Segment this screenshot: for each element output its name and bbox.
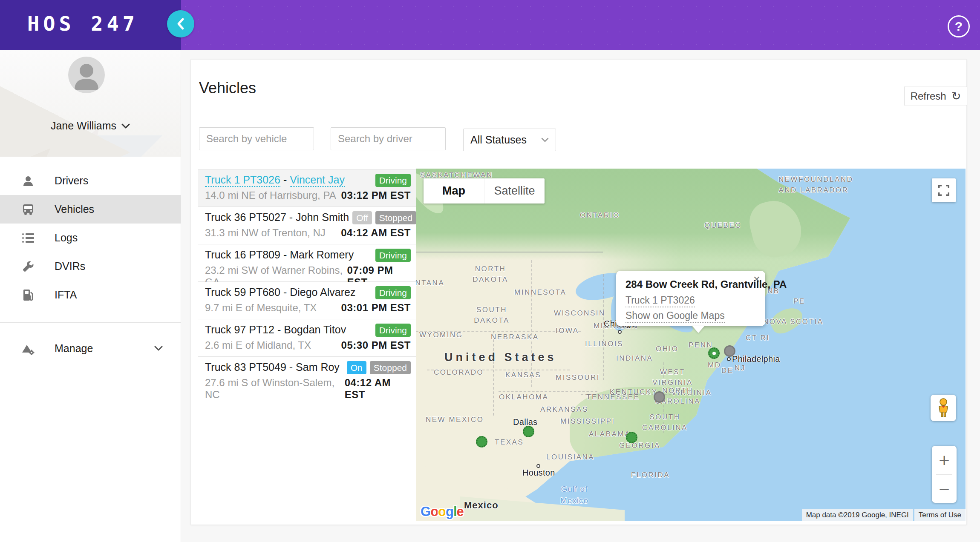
- chevron-down-icon: [154, 345, 163, 353]
- driver-name: John Smith: [296, 211, 349, 223]
- vehicle-title: Truck 1 PT3026 - Vincent Jay: [205, 174, 345, 186]
- app-logo: HOS 247: [27, 12, 138, 35]
- map-label: MISSOURI: [556, 373, 600, 382]
- refresh-button-label: Refresh: [911, 90, 946, 102]
- status-badge: Off: [352, 211, 372, 224]
- google-logo-letter: o: [438, 504, 446, 519]
- map-label: MONTANA: [416, 279, 444, 287]
- header-brand-zone: HOS 247: [0, 0, 181, 50]
- sidebar-item-label: Logs: [55, 232, 78, 244]
- sidebar-item-ifta[interactable]: IFTA: [0, 281, 181, 309]
- search-vehicle-input[interactable]: [199, 127, 314, 150]
- pegman-button[interactable]: [931, 395, 956, 421]
- map-label: NJ: [735, 364, 746, 373]
- driver-name[interactable]: Vincent Jay: [290, 174, 345, 187]
- map-label: Dallas: [513, 417, 537, 427]
- info-window-vehicle-link[interactable]: Truck 1 PT3026: [625, 295, 695, 307]
- sidebar-item-logs[interactable]: Logs: [0, 224, 181, 252]
- google-logo-letter: g: [446, 504, 453, 519]
- vehicle-name: Truck 83 PT5049: [205, 361, 286, 373]
- sidebar-item-drivers[interactable]: Drivers: [0, 166, 181, 195]
- map-label: SOUTH CAROLINA: [638, 412, 692, 433]
- map-label: MD: [708, 361, 721, 370]
- refresh-button[interactable]: Refresh ↻: [904, 86, 967, 106]
- vehicle-row[interactable]: Truck 16 PT809 - Mark Romery Driving 23.…: [198, 244, 416, 282]
- map-label: KANSAS: [505, 371, 541, 379]
- close-icon[interactable]: ×: [753, 273, 760, 285]
- map-label: DE: [721, 367, 734, 375]
- page-title: Vehicles: [199, 79, 256, 97]
- vehicle-row[interactable]: Truck 59 PT680 - Diego Alvarez Driving 9…: [198, 282, 416, 319]
- driver-name: Bogdan Titov: [284, 324, 346, 336]
- city-dot: [727, 357, 731, 361]
- map-label: NEWFOUNDLAND AND LABRADOR: [778, 175, 849, 195]
- chevron-down-icon: [541, 138, 549, 142]
- map-label: OHIO: [656, 345, 678, 353]
- google-logo[interactable]: Google: [421, 504, 464, 519]
- vehicle-last-update-time: 03:01 PM EST: [341, 302, 411, 314]
- sidebar-item-manage[interactable]: Manage: [0, 334, 181, 363]
- sidebar-item-label: DVIRs: [55, 260, 85, 272]
- info-window-google-maps-link[interactable]: Show on Google Maps: [625, 310, 725, 323]
- vehicle-row[interactable]: Truck 1 PT3026 - Vincent Jay Driving 14.…: [198, 169, 416, 207]
- vehicle-title: Truck 59 PT680 - Diego Alvarez: [205, 286, 355, 298]
- fullscreen-button[interactable]: [932, 178, 956, 202]
- vehicle-list: Truck 1 PT3026 - Vincent Jay Driving 14.…: [198, 169, 416, 522]
- status-badges: OnStopped: [347, 361, 411, 374]
- map-label: ARKANSAS: [540, 405, 588, 414]
- vehicle-name[interactable]: Truck 1 PT3026: [205, 174, 280, 187]
- map-label: PENN: [689, 341, 713, 350]
- map-label: NOVA SCOTIA: [763, 318, 824, 326]
- vehicle-row[interactable]: Truck 36 PT5027 - John Smith OffStopped …: [198, 207, 416, 244]
- marker-truck-nj[interactable]: [724, 345, 735, 357]
- vehicle-location: 31.3 mi NW of Trenton, NJ: [205, 227, 326, 239]
- manage-icon: [20, 342, 37, 355]
- marker-truck-ga[interactable]: [626, 432, 637, 443]
- zoom-in-button[interactable]: +: [932, 446, 957, 474]
- map-label: INDIANA: [616, 354, 653, 363]
- map-label: ILLINOIS: [585, 340, 623, 348]
- map-view-button[interactable]: Map: [424, 178, 484, 204]
- sidebar-item-vehicles[interactable]: Vehicles: [0, 195, 181, 224]
- sidebar-item-dvirs[interactable]: DVIRs: [0, 252, 181, 281]
- status-badges: OffStopped: [352, 211, 416, 224]
- vehicle-row[interactable]: Truck 97 PT12 - Bogdan Titov Driving 2.6…: [198, 319, 416, 357]
- google-logo-letter: l: [453, 504, 457, 519]
- map-label: WYOMING: [419, 331, 463, 339]
- map-label: WEST VIRGINIA: [652, 367, 693, 388]
- marker-truck-1-pa[interactable]: [708, 347, 720, 359]
- status-filter-value: All Statuses: [470, 134, 527, 146]
- map-label: NORTH DAKOTA: [471, 264, 510, 285]
- map-label: IOWA: [556, 327, 579, 335]
- vehicle-last-update-time: 03:12 PM EST: [341, 189, 411, 201]
- google-logo-letter: e: [457, 504, 464, 519]
- map-attribution: Map data ©2019 Google, INEGI Terms of Us…: [802, 509, 966, 521]
- status-badges: Driving: [375, 174, 411, 187]
- vehicle-location: 27.6 mi S of Winston-Salem, NC: [205, 377, 345, 401]
- marker-truck-nc[interactable]: [654, 391, 665, 403]
- vehicle-row[interactable]: Truck 83 PT5049 - Sam Roy OnStopped 27.6…: [198, 357, 416, 394]
- map-label: GEORGIA: [619, 442, 660, 450]
- avatar: [68, 57, 105, 93]
- search-driver-input[interactable]: [331, 127, 446, 150]
- status-filter-select[interactable]: All Statuses: [463, 129, 556, 151]
- vehicle-last-update-time: 05:30 PM EST: [341, 339, 411, 351]
- terms-of-use-link[interactable]: Terms of Use: [914, 509, 966, 521]
- sidebar-item-label: Manage: [55, 342, 93, 355]
- marker-truck-midland[interactable]: [476, 436, 487, 447]
- zoom-out-button[interactable]: −: [932, 475, 957, 503]
- map-data-attribution: Map data ©2019 Google, INEGI: [802, 509, 913, 521]
- vehicle-location: 9.7 mi E of Mesquite, TX: [205, 302, 317, 314]
- sidebar-collapse-button[interactable]: [167, 10, 194, 37]
- map-label: Houston: [522, 468, 555, 478]
- user-menu[interactable]: Jane Williams: [0, 120, 181, 132]
- help-button[interactable]: ?: [948, 15, 970, 37]
- google-logo-letter: G: [421, 504, 430, 519]
- map-label: NEW MEXICO: [426, 416, 484, 424]
- marker-truck-dallas[interactable]: [523, 426, 534, 437]
- map-canvas[interactable]: SASKATCHEWANONTARIOQUEBECNEWFOUNDLAND AN…: [416, 169, 966, 521]
- satellite-view-button[interactable]: Satellite: [484, 178, 545, 204]
- vehicle-name: Truck 36 PT5027: [205, 211, 286, 223]
- map-label: Philadelphia: [732, 354, 780, 364]
- map-info-window: 284 Bow Creek Rd, Grantville, PA × Truck…: [616, 271, 765, 326]
